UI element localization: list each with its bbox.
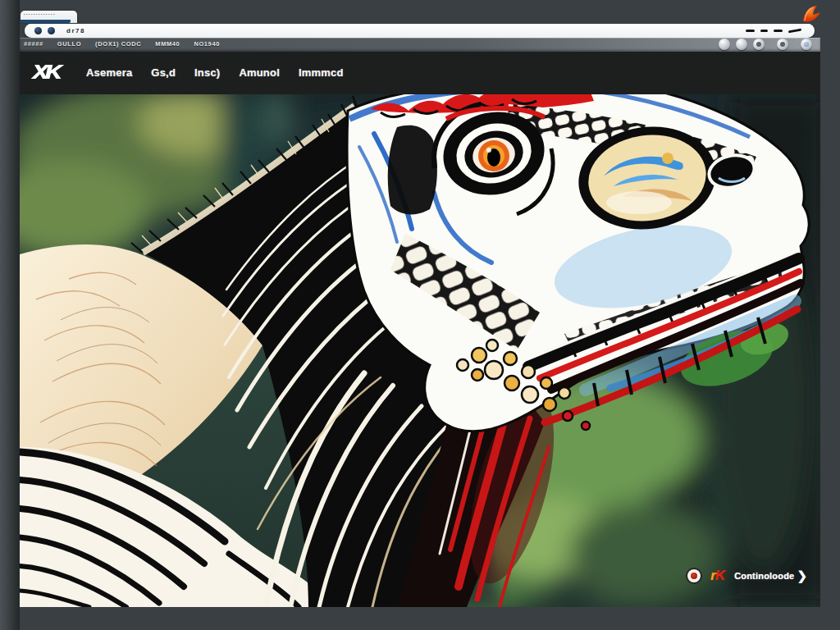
nav-link-1[interactable]: Asemera bbox=[86, 66, 132, 79]
settings-circle[interactable] bbox=[801, 39, 812, 50]
bookmark-item-1[interactable]: ##### bbox=[24, 40, 43, 48]
nav-link-3[interactable]: Insc) bbox=[194, 66, 220, 79]
target-icon bbox=[687, 569, 701, 582]
window-frame-top bbox=[0, 0, 840, 24]
extension-circle-1[interactable] bbox=[719, 39, 730, 50]
bookmarks-list: ##### GULLO (DOX1) CODC MMM40 NO1940 bbox=[24, 40, 220, 48]
toolbar-buttons bbox=[713, 39, 812, 50]
bookmark-item-2[interactable]: GULLO bbox=[57, 40, 81, 48]
menu-dashes-icon[interactable] bbox=[746, 30, 801, 32]
nav-link-4[interactable]: Amunol bbox=[239, 66, 280, 79]
tab-title: ············· bbox=[21, 11, 77, 16]
site-logo[interactable]: XK bbox=[32, 61, 59, 84]
hero-artwork bbox=[20, 94, 820, 607]
forward-circle-icon[interactable] bbox=[48, 27, 55, 34]
bookmarks-bar: ##### GULLO (DOX1) CODC MMM40 NO1940 bbox=[20, 38, 820, 52]
back-circle-icon[interactable] bbox=[34, 27, 42, 34]
window-frame-left bbox=[0, 0, 20, 630]
extension-circle-3[interactable] bbox=[753, 39, 765, 50]
nav-links: Asemera Gs,d Insc) Amunol Immmcd bbox=[86, 66, 344, 79]
extension-circle-2[interactable] bbox=[736, 39, 747, 50]
site-navbar: XK Asemera Gs,d Insc) Amunol Immmcd bbox=[20, 52, 820, 94]
hero-footer: rK Continoloode ❯ bbox=[687, 568, 807, 582]
cta-label: Continoloode bbox=[734, 571, 794, 581]
address-bar[interactable]: dr78 bbox=[25, 24, 815, 38]
bookmark-item-3[interactable]: (DOX1) CODC bbox=[95, 40, 141, 48]
hero-image: rK Continoloode ❯ bbox=[20, 94, 820, 607]
footer-brand-logo[interactable]: rK bbox=[710, 568, 724, 582]
nav-link-2[interactable]: Gs,d bbox=[151, 66, 176, 79]
profile-circle[interactable] bbox=[777, 39, 788, 50]
bookmark-item-5[interactable]: NO1940 bbox=[194, 40, 220, 48]
bookmark-item-4[interactable]: MMM40 bbox=[155, 40, 180, 48]
footer-cta-link[interactable]: Continoloode ❯ bbox=[734, 569, 807, 582]
arrow-right-icon: ❯ bbox=[797, 569, 807, 582]
orange-cursor-pointer bbox=[798, 2, 824, 26]
nav-link-5[interactable]: Immmcd bbox=[299, 66, 344, 79]
browser-tab[interactable]: ············· bbox=[21, 11, 77, 23]
url-text[interactable]: dr78 bbox=[66, 27, 85, 34]
